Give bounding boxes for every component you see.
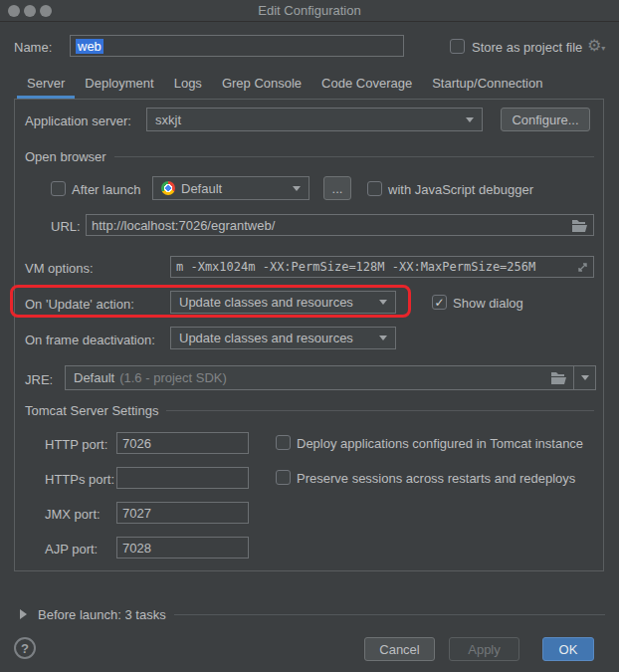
- jre-value: Default: [74, 370, 114, 385]
- chevron-down-icon: [581, 375, 589, 380]
- on-update-action-select[interactable]: Update classes and resources: [170, 291, 396, 314]
- tab-startup-connection[interactable]: Startup/Connection: [422, 70, 552, 99]
- vm-options-input[interactable]: m -Xmx1024m -XX:PermSize=128M -XX:MaxPer…: [170, 256, 594, 278]
- open-browser-section: Open browser: [25, 149, 594, 164]
- http-port-input[interactable]: 7026: [116, 432, 249, 454]
- browser-value: Default: [181, 181, 222, 196]
- browser-select[interactable]: Default: [152, 176, 310, 200]
- after-launch-checkbox[interactable]: [51, 181, 66, 196]
- title-bar: Edit Configuration: [0, 0, 619, 22]
- tab-bar: Server Deployment Logs Grep Console Code…: [17, 70, 552, 99]
- js-debugger-checkbox[interactable]: [367, 181, 382, 196]
- edit-configuration-dialog: Edit Configuration Name: web Store as pr…: [0, 0, 619, 672]
- vm-options-label: VM options:: [25, 261, 94, 276]
- chevron-down-icon: [379, 300, 387, 305]
- http-port-value: 7026: [122, 436, 151, 451]
- chevron-down-icon: [293, 186, 301, 191]
- section-divider: [114, 156, 594, 157]
- store-as-project-file-label: Store as project file: [472, 40, 582, 55]
- deploy-applications-label: Deploy applications configured in Tomcat…: [297, 436, 583, 451]
- tab-code-coverage[interactable]: Code Coverage: [311, 70, 422, 99]
- jmx-port-input[interactable]: 7027: [116, 502, 249, 524]
- preserve-sessions-checkbox[interactable]: [276, 470, 291, 485]
- before-launch-label: Before launch: 3 tasks: [38, 607, 166, 622]
- section-divider: [166, 410, 594, 411]
- preserve-sessions-label: Preserve sessions across restarts and re…: [297, 471, 575, 486]
- tomcat-settings-section: Tomcat Server Settings: [25, 403, 594, 418]
- tab-server[interactable]: Server: [17, 70, 75, 99]
- application-server-value: sxkjt: [155, 112, 181, 127]
- jre-detail: (1.6 - project SDK): [119, 370, 227, 385]
- name-label: Name:: [14, 40, 52, 55]
- ajp-port-label: AJP port:: [45, 542, 98, 557]
- url-value: http://localhost:7026/egrantweb/: [92, 218, 275, 233]
- show-dialog-checkbox[interactable]: ✓: [432, 295, 447, 310]
- expand-editor-icon[interactable]: [577, 262, 588, 273]
- gear-icon[interactable]: ⚙▾: [587, 38, 605, 54]
- disclosure-triangle-icon[interactable]: [20, 609, 27, 619]
- application-server-select[interactable]: sxkjt: [146, 108, 483, 131]
- on-update-action-value: Update classes and resources: [179, 295, 353, 310]
- http-port-label: HTTP port:: [45, 437, 107, 452]
- tab-logs[interactable]: Logs: [164, 70, 212, 99]
- jre-select[interactable]: Default (1.6 - project SDK): [65, 365, 596, 390]
- apply-button[interactable]: Apply: [449, 637, 519, 661]
- chevron-down-icon: [379, 336, 387, 340]
- url-input[interactable]: http://localhost:7026/egrantweb/: [86, 214, 594, 236]
- before-launch-row[interactable]: Before launch: 3 tasks: [38, 607, 605, 622]
- on-frame-deactivation-select[interactable]: Update classes and resources: [170, 327, 396, 349]
- chevron-down-icon: [466, 117, 474, 122]
- on-update-action-label: On 'Update' action:: [25, 297, 134, 312]
- after-launch-label: After launch: [72, 182, 140, 197]
- https-port-label: HTTPs port:: [45, 472, 114, 487]
- folder-icon[interactable]: [551, 371, 567, 384]
- chrome-browser-icon: [161, 181, 175, 195]
- jmx-port-value: 7027: [122, 506, 151, 521]
- tab-grep-console[interactable]: Grep Console: [212, 70, 311, 99]
- show-dialog-label: Show dialog: [453, 296, 523, 311]
- ok-button[interactable]: OK: [542, 637, 594, 661]
- configure-button[interactable]: Configure...: [501, 108, 590, 131]
- ajp-port-input[interactable]: 7028: [116, 537, 249, 559]
- open-browser-section-label: Open browser: [25, 149, 106, 164]
- cancel-button[interactable]: Cancel: [364, 637, 435, 661]
- url-label: URL:: [51, 219, 81, 234]
- https-port-input[interactable]: [116, 467, 249, 489]
- tab-deployment[interactable]: Deployment: [75, 70, 163, 99]
- js-debugger-label: with JavaScript debugger: [388, 182, 533, 197]
- tomcat-settings-label: Tomcat Server Settings: [25, 403, 158, 418]
- name-value: web: [76, 39, 103, 54]
- window-title: Edit Configuration: [0, 0, 619, 22]
- on-frame-deactivation-label: On frame deactivation:: [25, 333, 155, 347]
- jre-label: JRE:: [25, 372, 53, 387]
- jre-dropdown-button[interactable]: [574, 375, 595, 380]
- application-server-label: Application server:: [25, 113, 131, 128]
- checkmark-icon: ✓: [434, 297, 444, 309]
- section-divider: [174, 614, 605, 615]
- name-input[interactable]: web: [70, 35, 404, 57]
- help-button[interactable]: ?: [14, 637, 36, 659]
- jmx-port-label: JMX port:: [45, 507, 101, 522]
- browser-more-button[interactable]: ...: [323, 176, 351, 200]
- deploy-applications-checkbox[interactable]: [276, 435, 291, 450]
- folder-icon[interactable]: [572, 219, 588, 232]
- store-as-project-file-checkbox[interactable]: [450, 39, 465, 54]
- ajp-port-value: 7028: [122, 541, 151, 556]
- on-frame-deactivation-value: Update classes and resources: [179, 331, 353, 345]
- vm-options-value: m -Xmx1024m -XX:PermSize=128M -XX:MaxPer…: [176, 260, 535, 274]
